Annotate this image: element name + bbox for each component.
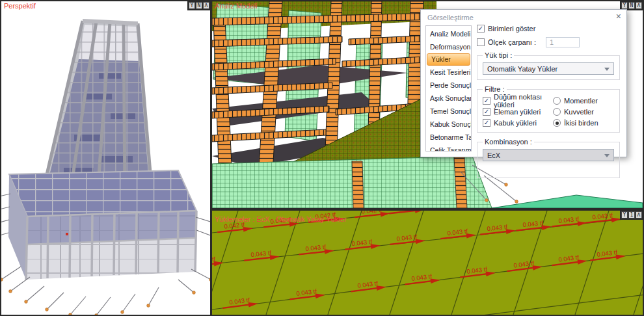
check-icon: ✓ [484, 120, 489, 126]
filter-element-loads[interactable]: ✓ Eleman yükleri [483, 107, 553, 116]
checkbox[interactable]: ✓ [477, 25, 485, 33]
filter-node-loads[interactable]: ✓ Düğüm noktası yükleri [483, 96, 553, 105]
viewport-corner-buttons[interactable]: YNΛ [187, 1, 210, 10]
viewport-perspective[interactable]: Perspektif YNΛ [1, 1, 210, 315]
viewport-button[interactable]: N [196, 2, 202, 9]
radio-label: İkisi birden [564, 119, 598, 127]
checkbox-label: Düğüm noktası yükleri [494, 93, 553, 109]
app-window: Perspektif YNΛ [0, 0, 644, 316]
chevron-down-icon [604, 154, 610, 157]
viewport-button[interactable]: Y [621, 211, 628, 218]
viewport-button[interactable]: N [628, 2, 635, 9]
group-label: Filtre : [483, 85, 507, 93]
checkbox-label: Ölçek çarpanı : [488, 38, 536, 46]
sidebar-item[interactable]: Kabuk Sonuçları [426, 118, 471, 131]
group-label: Kombinasyon : [483, 138, 534, 146]
loads-3d-render: 0.042 tf0.042 tf0.042 tf0.042 tf0.042 tf… [212, 211, 643, 315]
check-icon: ✓ [484, 98, 489, 104]
dialog-title: Görselleştirme [427, 14, 474, 21]
radio-label: Kuvvetler [564, 108, 594, 116]
radio[interactable] [553, 97, 561, 105]
viewport-label: Analiz Modeli [215, 2, 257, 10]
viewport-button[interactable]: Λ [203, 2, 209, 9]
checkbox-label: Birimleri göster [488, 25, 535, 33]
filter-shell-loads[interactable]: ✓ Kabuk yükleri [483, 118, 553, 127]
visualization-dialog: Görselleştirme × Analiz ModeliDeformasyo… [420, 9, 627, 157]
checkbox[interactable] [477, 38, 485, 46]
checkbox-label: Eleman yükleri [494, 108, 541, 116]
sidebar-item[interactable]: Aşık Sonuçları [426, 92, 471, 105]
podium-block [8, 170, 196, 280]
red-marker [66, 233, 68, 235]
dialog-sidebar: Analiz ModeliDeformasyonYüklerKesit Tesi… [425, 25, 472, 151]
dropdown-value: EcX [487, 151, 500, 159]
viewport-button[interactable]: 1 [628, 211, 635, 218]
filter-moments[interactable]: Momentler [553, 96, 614, 105]
show-units-row[interactable]: ✓ Birimleri göster [477, 24, 620, 33]
checkbox[interactable]: ✓ [483, 108, 490, 116]
group-label: Yük tipi : [483, 51, 514, 59]
sidebar-item[interactable]: Analiz Modeli [426, 27, 471, 40]
checkbox-label: Kabuk yükleri [494, 119, 537, 127]
filter-forces[interactable]: Kuvvetler [553, 107, 614, 116]
check-icon: ✓ [478, 25, 483, 32]
checkbox[interactable]: ✓ [483, 97, 490, 105]
viewport-loads[interactable]: 0.042 tf0.042 tf0.042 tf0.042 tf0.042 tf… [212, 211, 643, 315]
sidebar-item[interactable]: Betonarme Tasar... [426, 131, 471, 144]
load-type-group: Yük tipi : Otomatik Yatay Yükler [477, 51, 620, 80]
building-3d-render [1, 1, 210, 315]
checkbox[interactable]: ✓ [483, 119, 490, 127]
combination-dropdown[interactable]: EcX [483, 149, 614, 161]
scale-factor-row[interactable]: Ölçek çarpanı : [477, 38, 620, 47]
filter-both[interactable]: İkisi birden [553, 118, 614, 127]
dialog-content: ✓ Birimleri göster Ölçek çarpanı : Yük t… [477, 24, 620, 151]
radio[interactable] [553, 108, 561, 116]
viewport-title: Perspektif [4, 2, 36, 10]
viewport-button[interactable]: Y [621, 2, 628, 9]
sidebar-item[interactable]: Yükler [427, 53, 470, 66]
viewport-corner-buttons[interactable]: Y1Λ [620, 211, 643, 220]
filter-group: Filtre : ✓ Düğüm noktası yükleri Momentl… [477, 85, 620, 133]
radio-label: Momentler [564, 97, 598, 105]
sidebar-item[interactable]: Kesit Tesirleri [426, 66, 471, 79]
sidebar-item[interactable]: Perde Sonuçları [426, 79, 471, 92]
dropdown-value: Otomatik Yatay Yükler [487, 65, 557, 73]
combination-group: Kombinasyon : EcX [477, 138, 620, 178]
viewport-button[interactable]: Y [189, 2, 195, 9]
viewport-analysis-model[interactable]: Analiz Modeli YNΛ Görselleştirme × Anali… [212, 1, 643, 208]
viewport-button[interactable]: Λ [636, 2, 642, 9]
viewport-button[interactable]: Λ [636, 211, 642, 218]
chevron-down-icon [604, 68, 610, 71]
sidebar-item[interactable]: Deformasyon [426, 40, 471, 53]
sidebar-item[interactable]: Çelik Tasarım [426, 144, 471, 151]
sidebar-item[interactable]: Temel Sonuçları [426, 105, 471, 118]
check-icon: ✓ [484, 109, 489, 115]
viewport-title: Yüklemeler : EcX - Otomatik Yatay Yükler [215, 215, 346, 223]
load-type-dropdown[interactable]: Otomatik Yatay Yükler [483, 62, 614, 75]
close-icon[interactable]: × [616, 12, 621, 21]
radio[interactable] [553, 119, 561, 127]
scale-factor-input[interactable] [546, 37, 580, 47]
